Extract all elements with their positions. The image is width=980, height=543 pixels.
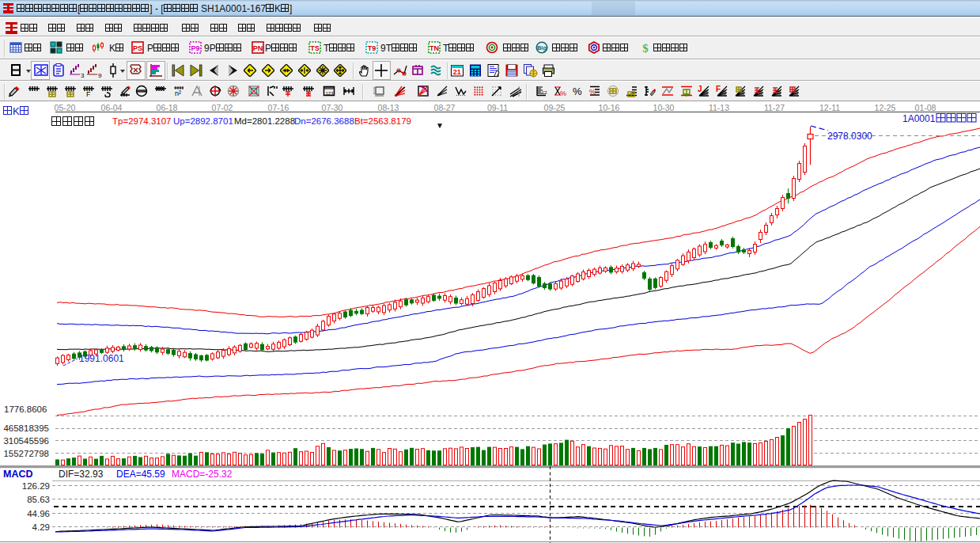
svg-text:06-18: 06-18 [157, 103, 178, 112]
svg-text:1A0001: 1A0001 [902, 113, 936, 124]
svg-text:11-27: 11-27 [764, 103, 785, 112]
svg-text:n²: n² [175, 89, 181, 97]
svg-text:21: 21 [453, 68, 461, 76]
svg-text:08-13: 08-13 [378, 103, 399, 112]
svg-text:44.96: 44.96 [27, 509, 50, 518]
svg-text:2978.0300: 2978.0300 [827, 131, 872, 142]
svg-text:310545596: 310545596 [3, 436, 49, 446]
svg-text:07-02: 07-02 [212, 103, 233, 112]
svg-text:11-13: 11-13 [709, 103, 729, 112]
svg-text:TN: TN [429, 44, 439, 52]
svg-text:$: $ [642, 42, 649, 54]
svg-text:12-25: 12-25 [875, 103, 896, 112]
svg-text:1991.0601: 1991.0601 [79, 353, 124, 364]
svg-text:09-25: 09-25 [544, 103, 566, 112]
svg-text:465818395: 465818395 [3, 423, 49, 433]
svg-text:123: 123 [542, 90, 547, 95]
svg-text:Big: Big [537, 44, 547, 51]
svg-text:F: F [86, 90, 91, 97]
svg-text:126.29: 126.29 [22, 481, 50, 491]
svg-text:07-30: 07-30 [322, 103, 343, 112]
svg-text:09-11: 09-11 [487, 103, 508, 112]
svg-text:MACD: MACD [3, 469, 33, 480]
svg-text:TS: TS [310, 44, 320, 52]
svg-text:DIF=32.93: DIF=32.93 [59, 469, 104, 480]
svg-text:MACD=-25.32: MACD=-25.32 [172, 469, 233, 480]
svg-text:07-16: 07-16 [268, 103, 289, 112]
svg-text:%: % [573, 85, 582, 97]
svg-text:08-27: 08-27 [434, 103, 456, 112]
svg-text:01-08: 01-08 [915, 103, 936, 112]
svg-text:PN: PN [253, 44, 263, 52]
svg-text:9: 9 [98, 72, 102, 78]
svg-text:J: J [698, 85, 702, 93]
svg-text:T9: T9 [368, 44, 376, 52]
svg-text:3: 3 [81, 72, 85, 78]
svg-text:10-30: 10-30 [653, 103, 675, 112]
svg-text:12-11: 12-11 [819, 103, 840, 112]
svg-text:%: % [560, 89, 566, 97]
svg-text:85.63: 85.63 [27, 495, 50, 504]
svg-text:%: % [589, 88, 596, 96]
svg-text:155272798: 155272798 [3, 449, 49, 458]
svg-text:PS: PS [133, 44, 142, 52]
svg-text:1776.8606: 1776.8606 [4, 404, 47, 414]
svg-text:10-16: 10-16 [599, 103, 620, 112]
svg-text:4.29: 4.29 [32, 522, 50, 532]
svg-text:DEA=45.59: DEA=45.59 [116, 469, 165, 480]
svg-text:123: 123 [326, 91, 335, 96]
svg-text:P9: P9 [191, 44, 199, 52]
svg-text:06-04: 06-04 [101, 103, 123, 112]
svg-text:05-20: 05-20 [55, 103, 76, 112]
svg-text:F: F [716, 85, 721, 93]
